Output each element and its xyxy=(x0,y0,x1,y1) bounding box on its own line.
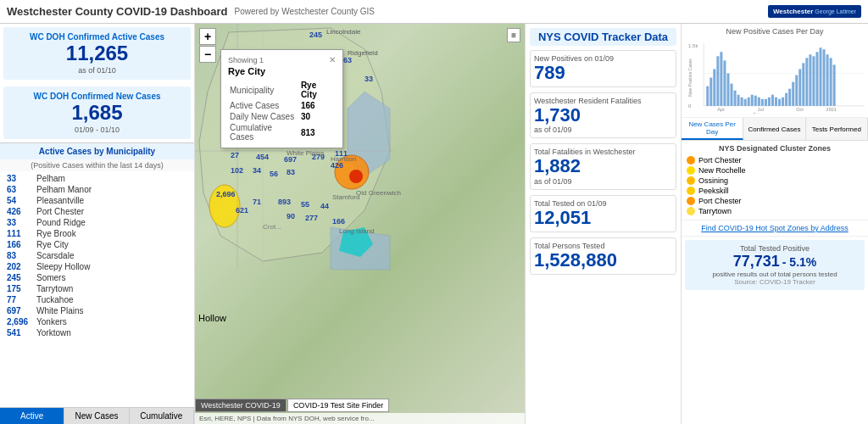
map-label-90: 90 xyxy=(287,212,295,220)
map-placename-crot: Crot... xyxy=(263,223,281,231)
map-label-34: 34 xyxy=(253,166,261,175)
zoom-out-button[interactable]: − xyxy=(199,46,216,63)
svg-rect-48 xyxy=(833,64,836,105)
municipality-list-item[interactable]: 63Pelham Manor xyxy=(0,184,194,195)
svg-rect-20 xyxy=(737,95,740,106)
municipality-list-item[interactable]: 33Pound Ridge xyxy=(0,217,194,228)
chart-area: New Positive Cases Per Day 1.5k 0 xyxy=(682,24,868,118)
municipality-list-item[interactable]: 697White Plains xyxy=(0,305,194,316)
municipality-list-item[interactable]: 175Tarrytown xyxy=(0,283,194,294)
nys-fatalities-date: as of 01/09 xyxy=(534,126,672,134)
left-tab-new-cases[interactable]: New Cases xyxy=(64,408,129,424)
nys-persons-tested-box: Total Persons Tested 1,528,880 xyxy=(530,237,676,275)
municipality-list-item[interactable]: 202Sleepy Hollow xyxy=(0,261,194,272)
cluster-name: Port Chester xyxy=(698,156,742,165)
zoom-in-button[interactable]: + xyxy=(199,28,216,45)
svg-rect-28 xyxy=(765,99,767,106)
svg-rect-21 xyxy=(741,98,743,106)
municipality-list-item[interactable]: 541Yorktown xyxy=(0,327,194,338)
logo-line1: Westchester xyxy=(773,8,813,15)
municipality-list-item[interactable]: 2,696Yonkers xyxy=(0,316,194,327)
municipality-subheader: (Positive Cases within the last 14 days) xyxy=(0,159,194,171)
svg-rect-37 xyxy=(795,75,798,105)
map-label-245: 245 xyxy=(309,31,322,39)
map-label-hollow: Hollow xyxy=(198,313,226,323)
nys-fatalities-box: Westchester Resident Fatalities 1,730 as… xyxy=(530,92,676,138)
municipality-header: Active Cases by Municipality xyxy=(0,142,194,159)
municipality-list-item[interactable]: 426Port Chester xyxy=(0,206,194,217)
cluster-section: NYS Designated Cluster Zones Port Cheste… xyxy=(682,141,868,220)
map-label-454: 454 xyxy=(256,153,269,161)
cluster-list-item: New Rochelle xyxy=(685,165,865,176)
municipality-list-item[interactable]: 77Tuckahoe xyxy=(0,294,194,305)
svg-rect-31 xyxy=(775,98,777,106)
logo: Westchester George Latimer xyxy=(768,5,861,18)
total-tested-sub: positive results out of total persons te… xyxy=(689,271,860,278)
cluster-name: Port Chester xyxy=(698,197,742,205)
total-tested-source: Source: COVID-19 Tracker xyxy=(689,278,860,286)
map-tab-bar: Westchester COVID-19 COVID-19 Test Site … xyxy=(195,399,389,412)
svg-point-2 xyxy=(349,170,363,183)
municipality-list-item[interactable]: 245Somers xyxy=(0,272,194,283)
page-title: Westchester County COVID-19 Dashboard xyxy=(7,5,228,18)
nys-header: NYS COVID Tracker Data xyxy=(530,28,676,46)
svg-rect-17 xyxy=(726,73,729,105)
municipality-list-item[interactable]: 83Scarsdale xyxy=(0,250,194,261)
map-tab-westchester[interactable]: Westchester COVID-19 xyxy=(195,399,287,412)
nys-fatalities-number: 1,730 xyxy=(534,105,672,126)
map-label-166: 166 xyxy=(332,217,345,226)
svg-rect-34 xyxy=(785,93,787,106)
svg-rect-36 xyxy=(792,82,794,106)
svg-rect-29 xyxy=(768,98,771,106)
cluster-list-item: Peekskill xyxy=(685,186,865,196)
cluster-title: NYS Designated Cluster Zones xyxy=(685,144,865,153)
svg-rect-42 xyxy=(812,56,815,106)
municipality-list-item[interactable]: 54Pleasantville xyxy=(0,195,194,206)
cluster-dot xyxy=(687,197,695,205)
map-label-277: 277 xyxy=(305,214,318,222)
popup-municipality: Rye City xyxy=(299,80,336,100)
map-label-2696: 2,696 xyxy=(216,190,236,198)
map-label-71: 71 xyxy=(253,198,261,206)
svg-rect-19 xyxy=(734,91,737,106)
right-panel: New Positive Cases Per Day 1.5k 0 xyxy=(682,24,868,424)
total-tested-number: 77,731 xyxy=(733,253,780,271)
nys-persons-tested-number: 1,528,880 xyxy=(534,250,672,271)
cluster-dot xyxy=(687,166,695,175)
svg-rect-16 xyxy=(723,60,726,106)
map-menu-button[interactable]: ≡ xyxy=(507,28,520,42)
main-content: WC DOH Confirmed Active Cases 11,265 as … xyxy=(0,24,868,424)
chart-tab-2[interactable]: Tests Performed xyxy=(806,118,868,140)
map-tab-testsite[interactable]: COVID-19 Test Site Finder xyxy=(287,399,389,412)
map-attribution: Esri, HERE, NPS | Data from NYS DOH, web… xyxy=(195,413,525,424)
map-label-83: 83 xyxy=(287,168,295,176)
svg-rect-11 xyxy=(706,86,709,106)
left-tab-cumulative[interactable]: Cumulative xyxy=(130,408,194,424)
chart-tab-1[interactable]: Confirmed Cases xyxy=(743,118,805,140)
map-label-893: 893 xyxy=(278,198,291,206)
chart-tab-0[interactable]: New Cases Per Day xyxy=(682,118,743,140)
svg-rect-38 xyxy=(798,69,801,105)
left-tab-active[interactable]: Active xyxy=(0,408,64,424)
hotspot-link[interactable]: Find COVID-19 Hot Spot Zones by Address xyxy=(685,224,865,232)
cluster-list: Port ChesterNew RochelleOssiningPeekskil… xyxy=(685,155,865,216)
svg-rect-25 xyxy=(754,96,757,106)
popup-cumulative: 813 xyxy=(299,122,336,142)
nys-tested-number: 12,051 xyxy=(534,208,672,228)
municipality-list: 33Pelham63Pelham Manor54Pleasantville426… xyxy=(0,171,194,407)
municipality-list-item[interactable]: 33Pelham xyxy=(0,173,194,184)
map-area[interactable]: 245 63 170 33 105 100 109 154 438 72 54 … xyxy=(195,24,525,424)
total-tested-section: Total Tested Positive 77,731 - 5.1% posi… xyxy=(685,240,865,290)
municipality-list-item[interactable]: 111Rye Brook xyxy=(0,228,194,239)
popup-title: Rye City xyxy=(228,66,336,76)
hotspot-section: Find COVID-19 Hot Spot Zones by Address xyxy=(682,220,868,237)
popup-close-icon[interactable]: ✕ xyxy=(329,55,336,64)
logo-line2: George Latimer xyxy=(815,8,856,14)
cluster-list-item: Ossining xyxy=(685,176,865,186)
map-label-33: 33 xyxy=(364,75,373,83)
cluster-list-item: Tarrytown xyxy=(685,206,865,216)
map-placename-long-island: Long Island xyxy=(339,227,374,235)
municipality-list-item[interactable]: 166Rye City xyxy=(0,239,194,250)
chart-tab-bar: New Cases Per DayConfirmed CasesTests Pe… xyxy=(682,118,868,141)
cluster-dot xyxy=(687,176,695,185)
